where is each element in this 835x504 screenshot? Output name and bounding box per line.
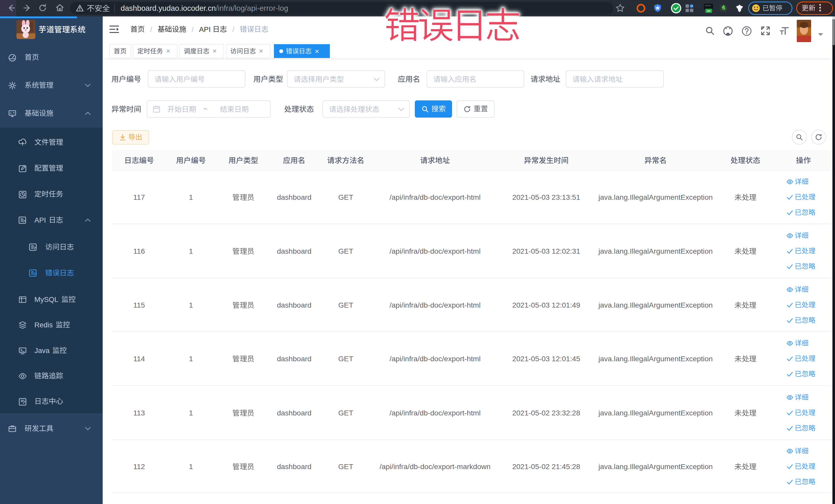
svg-text:on: on bbox=[707, 9, 711, 12]
